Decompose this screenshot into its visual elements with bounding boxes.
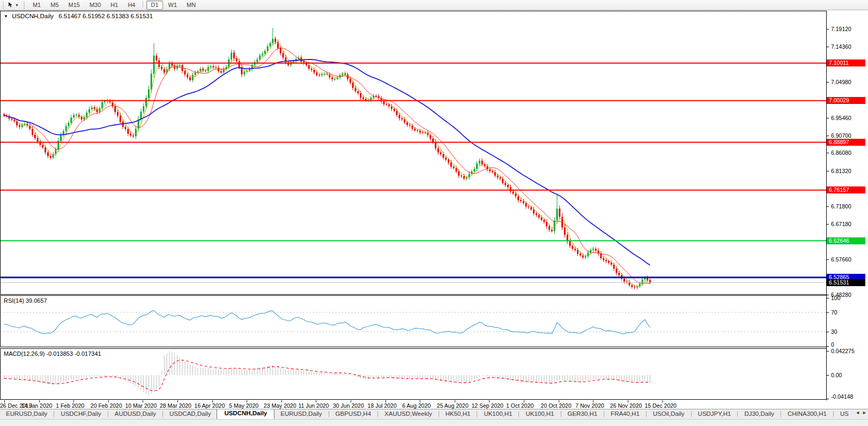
chart-tab-USDJPY-H1[interactable]: USDJPY,H1 [692, 409, 737, 419]
candle-body [499, 177, 501, 178]
cursor-tool-icon[interactable] [7, 1, 14, 9]
timeframe-button-M15[interactable]: M15 [64, 1, 84, 10]
chart-tab-XAUUSD-Weekly[interactable]: XAUUSD,Weekly [379, 409, 438, 419]
candle-body [461, 176, 462, 176]
candle-body [592, 249, 594, 250]
tab-divider [833, 411, 834, 417]
tab-divider [439, 411, 439, 417]
candle-body [528, 206, 529, 207]
candle-body [435, 142, 436, 148]
price-axis[interactable]: 7.191207.143607.049806.954606.907006.860… [827, 11, 868, 400]
candle-body [68, 123, 70, 126]
timeframe-button-MN[interactable]: MN [182, 1, 200, 10]
candle-body [316, 72, 317, 75]
timeframe-button-M1[interactable]: M1 [28, 1, 45, 10]
candle-body [140, 111, 142, 119]
candle-body [32, 129, 33, 134]
chart-tab-EURUSD-Daily[interactable]: EURUSD,Daily [0, 409, 53, 419]
price-tick-label: 7.19120 [831, 26, 851, 32]
candle-body [432, 139, 434, 142]
chart-tab-USDCAD-Daily[interactable]: USDCAD,Daily [164, 409, 217, 419]
candle-body [117, 112, 118, 116]
candle-body [473, 169, 475, 171]
price-tick [827, 224, 829, 225]
chart-tab-HK50-H1[interactable]: HK50,H1 [440, 409, 477, 419]
chart-tab-EURUSD-Daily[interactable]: EURUSD,Daily [275, 409, 328, 419]
timeframe-button-M30[interactable]: M30 [85, 1, 105, 10]
time-tick-label: 30 Jun 2020 [333, 402, 364, 409]
chart-tab-GBPUSD-H4[interactable]: GBPUSD,H4 [330, 409, 377, 419]
macd-indicator-panel[interactable]: MACD(12,26,9) -0.013853 -0.017341 [0, 348, 868, 400]
rsi-indicator-panel[interactable]: RSI(14) 39.0657 [0, 295, 868, 347]
candle-body [313, 70, 315, 72]
candle-body [541, 218, 543, 220]
tabs-scroll-right-button[interactable]: ► [862, 410, 867, 415]
candle-body [538, 215, 540, 217]
candle-body [525, 203, 527, 206]
time-tick-label: 20 Oct 2020 [541, 402, 572, 409]
price-tick [827, 47, 829, 47]
chart-tab-FRA40-H1[interactable]: FRA40,H1 [605, 409, 646, 419]
chart-tab-UK100-H1[interactable]: UK100,H1 [520, 409, 560, 419]
candle-body [236, 58, 238, 62]
candle-body [11, 118, 12, 119]
candle-body [481, 161, 483, 165]
candle-body [272, 39, 273, 43]
candle-body [210, 66, 212, 67]
tab-divider [108, 411, 108, 417]
candle-body [256, 59, 258, 62]
chart-tab-UK100-H1[interactable]: UK100,H1 [478, 409, 518, 419]
candle-body [88, 109, 90, 113]
tab-divider [162, 411, 163, 417]
candle-body [189, 77, 191, 80]
time-axis[interactable]: 26 Dec 201914 Jan 20201 Feb 202020 Feb 2… [0, 400, 868, 409]
price-tick-label: 6.86080 [831, 150, 851, 156]
price-chart-canvas[interactable] [1, 11, 827, 294]
candle-body [362, 98, 364, 99]
candle-body [422, 132, 424, 133]
macd-tick [827, 351, 829, 352]
candle-body [161, 67, 162, 69]
price-tick [827, 29, 829, 29]
candle-body [24, 124, 26, 125]
timeframe-button-H1[interactable]: H1 [106, 1, 122, 10]
time-tick-label: 23 May 2020 [264, 402, 296, 409]
tab-divider [646, 411, 647, 417]
candle-body [155, 56, 157, 61]
tab-divider [377, 411, 378, 417]
timeframe-button-M5[interactable]: M5 [46, 1, 63, 10]
symbol-dropdown-icon[interactable]: ▼ [4, 14, 8, 19]
macd-canvas[interactable] [1, 349, 827, 399]
chart-tab-CHINA300-H1[interactable]: CHINA300,H1 [782, 409, 833, 419]
candle-body [445, 158, 447, 160]
macd-tick-label: 0.00 [831, 372, 842, 378]
candle-body [283, 53, 284, 57]
chart-tab-GER30-H1[interactable]: GER30,H1 [562, 409, 604, 419]
chart-tab-USOil-Daily[interactable]: USOil,Daily [647, 409, 691, 419]
timeframe-button-D1[interactable]: D1 [146, 1, 162, 10]
toolbar-group-handle[interactable] [23, 2, 26, 9]
candle-body [605, 260, 607, 261]
chart-tab-DJ30-Daily[interactable]: DJ30,Daily [738, 409, 780, 419]
time-tick-label: 14 Jan 2020 [21, 402, 53, 409]
chart-tab-USDCHF-Daily[interactable]: USDCHF,Daily [55, 409, 107, 419]
chart-tab-US[interactable]: US [834, 409, 855, 419]
candle-body [360, 93, 361, 98]
price-line-label-7.10011: 7.10011 [827, 59, 865, 66]
rsi-canvas[interactable] [1, 296, 827, 347]
candle-body [179, 65, 181, 66]
candle-body [497, 176, 499, 177]
chart-tab-USDCNH-Daily[interactable]: USDCNH,Daily [217, 409, 275, 419]
tabs-scroll-left-button[interactable]: ◄ [855, 410, 860, 415]
chart-tab-AUDUSD-Daily[interactable]: AUDUSD,Daily [109, 409, 162, 419]
candle-body [50, 156, 51, 158]
candle-body [187, 74, 188, 78]
toolbar-drag-handle[interactable] [2, 2, 5, 9]
cursor-tool-dropdown-icon[interactable]: ▼ [15, 3, 19, 7]
price-chart-panel[interactable]: ▼ USDCNH,Daily 6.51467 6.51952 6.51383 6… [0, 11, 868, 295]
candle-body [505, 183, 506, 185]
timeframe-button-H4[interactable]: H4 [123, 1, 139, 10]
timeframe-button-W1[interactable]: W1 [164, 1, 182, 10]
time-tick-label: 25 Aug 2020 [437, 402, 469, 409]
candle-body [344, 73, 346, 74]
